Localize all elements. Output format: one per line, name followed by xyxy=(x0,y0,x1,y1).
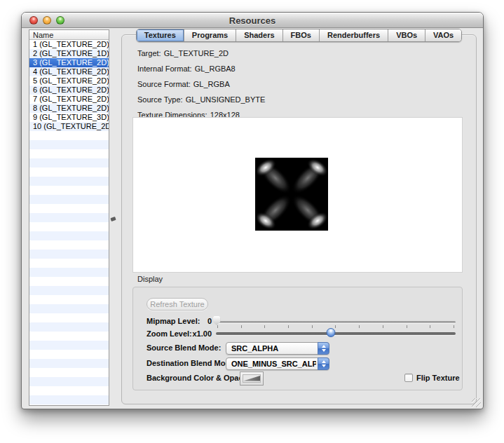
info-value: GL_RGBA xyxy=(193,80,230,88)
resources-window: Resources Name 1 (GL_TEXTURE_2D) 2 (GL_T… xyxy=(21,12,484,409)
tab-programs[interactable]: Programs xyxy=(184,29,236,41)
desktop: { "window": { "title": "Resources" }, "c… xyxy=(0,0,504,443)
tab-bar: Textures Programs Shaders FBOs Renderbuf… xyxy=(121,29,477,41)
list-item[interactable]: 8 (GL_TEXTURE_2D) xyxy=(29,104,109,113)
background-color-well[interactable] xyxy=(240,372,264,386)
destination-blend-label: Destination Blend Mode: xyxy=(147,359,237,367)
info-label: Source Type: xyxy=(137,95,183,104)
info-label: Internal Format: xyxy=(137,64,192,73)
arrow-up-icon xyxy=(322,345,326,348)
mipmap-slider-track[interactable] xyxy=(216,321,456,323)
info-source-format: Source Format:GL_RGBA xyxy=(137,80,230,88)
color-swatch xyxy=(243,374,261,383)
source-blend-value: SRC_ALPHA xyxy=(226,343,316,354)
list-item[interactable]: 10 (GL_TEXTURE_2D) xyxy=(29,122,109,131)
display-section-label: Display xyxy=(137,275,163,283)
info-source-type: Source Type:GL_UNSIGNED_BYTE xyxy=(137,95,265,104)
resource-list: Name 1 (GL_TEXTURE_2D) 2 (GL_TEXTURE_1D)… xyxy=(29,29,109,406)
arrow-up-icon xyxy=(322,360,326,363)
mipmap-slider-thumb[interactable] xyxy=(213,316,221,325)
info-value: GL_RGBA8 xyxy=(195,64,236,73)
list-item[interactable]: 9 (GL_TEXTURE_3D) xyxy=(29,113,109,122)
flip-texture-label: Flip Texture xyxy=(416,374,460,382)
refresh-texture-button[interactable]: Refresh Texture xyxy=(147,298,208,311)
background-color-label: Background Color & Opacity: xyxy=(147,374,254,382)
opacity-wedge-icon xyxy=(243,375,260,382)
popup-stepper-icon xyxy=(318,342,329,355)
zoom-level-value: x1.00 xyxy=(185,329,212,338)
info-value: GL_UNSIGNED_BYTE xyxy=(186,95,266,104)
list-item[interactable]: 5 (GL_TEXTURE_2D) xyxy=(29,76,109,86)
list-header-name[interactable]: Name xyxy=(29,30,109,40)
list-item[interactable]: 1 (GL_TEXTURE_2D) xyxy=(29,40,109,49)
texture-image xyxy=(255,158,328,231)
info-internal-format: Internal Format:GL_RGBA8 xyxy=(137,64,236,73)
zoom-slider-thumb[interactable] xyxy=(327,328,336,337)
arrow-down-icon xyxy=(322,349,326,352)
list-item[interactable]: 7 (GL_TEXTURE_2D) xyxy=(29,95,109,104)
window-title: Resources xyxy=(22,15,483,26)
tab-vbos[interactable]: VBOs xyxy=(388,29,425,41)
info-value: GL_TEXTURE_2D xyxy=(164,49,229,57)
display-groupbox: Refresh Texture Mipmap Level: 0 Zoom Lev… xyxy=(132,287,463,390)
source-blend-popup[interactable]: SRC_ALPHA xyxy=(226,342,329,355)
list-item[interactable]: 2 (GL_TEXTURE_1D) xyxy=(29,49,109,58)
source-blend-label: Source Blend Mode: xyxy=(147,343,221,352)
arrow-down-icon xyxy=(322,364,326,367)
tab-textures[interactable]: Textures xyxy=(137,29,184,41)
list-body: 1 (GL_TEXTURE_2D) 2 (GL_TEXTURE_1D) 3 (G… xyxy=(29,40,109,405)
popup-stepper-icon xyxy=(318,357,329,370)
zoom-slider-track[interactable] xyxy=(216,332,456,335)
title-bar[interactable]: Resources xyxy=(22,13,483,28)
tab-shaders[interactable]: Shaders xyxy=(236,29,282,41)
segmented-control: Textures Programs Shaders FBOs Renderbuf… xyxy=(136,29,462,42)
info-label: Source Format: xyxy=(137,80,191,88)
zoom-level-slider[interactable] xyxy=(216,328,456,338)
info-label: Target: xyxy=(137,49,161,57)
mouse-cursor-artifact xyxy=(110,217,116,222)
texture-preview-area xyxy=(132,117,463,273)
mipmap-level-slider[interactable] xyxy=(216,316,456,326)
list-item[interactable]: 4 (GL_TEXTURE_2D) xyxy=(29,67,109,76)
window-resize-grip[interactable] xyxy=(472,398,481,407)
mipmap-level-value: 0 xyxy=(193,317,212,325)
info-target: Target:GL_TEXTURE_2D xyxy=(137,49,229,57)
tab-renderbuffers[interactable]: Renderbuffers xyxy=(320,29,388,41)
tab-vaos[interactable]: VAOs xyxy=(425,29,461,41)
list-item[interactable]: 6 (GL_TEXTURE_2D) xyxy=(29,86,109,95)
destination-blend-value: ONE_MINUS_SRC_ALPHA xyxy=(226,358,316,369)
mipmap-level-label: Mipmap Level: xyxy=(147,317,200,325)
list-item-selected[interactable]: 3 (GL_TEXTURE_2D) xyxy=(29,58,109,67)
destination-blend-popup[interactable]: ONE_MINUS_SRC_ALPHA xyxy=(226,357,329,370)
tab-fbos[interactable]: FBOs xyxy=(283,29,320,41)
flip-texture-checkbox[interactable] xyxy=(404,374,413,382)
